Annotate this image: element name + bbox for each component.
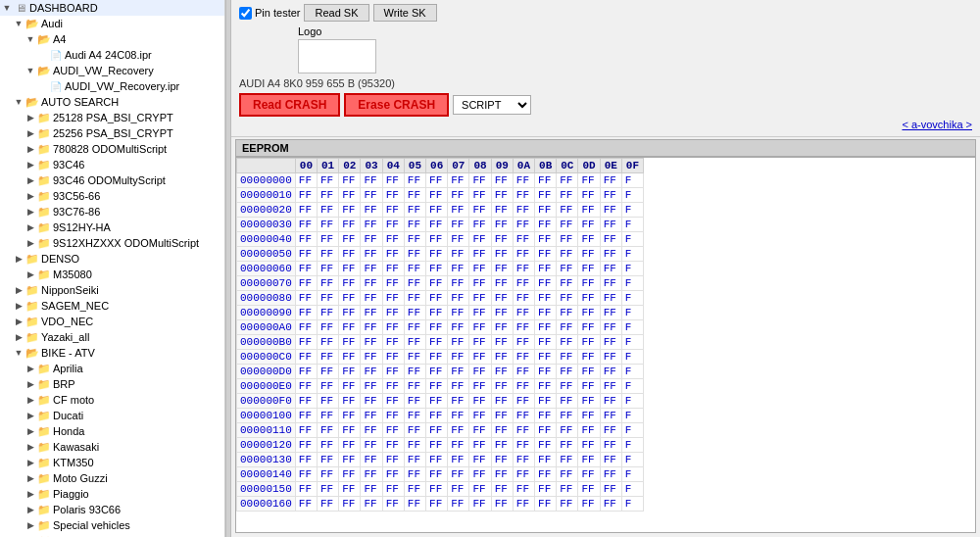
hex-row-000000A0: 000000A0FFFFFFFFFFFFFFFFFFFFFFFFFFFFFFF — [237, 320, 644, 335]
hex-val-000000C0-15: F — [621, 350, 643, 365]
tree-item-yazaki_all[interactable]: ▶📁Yazaki_all — [0, 329, 224, 345]
tree-item-93c56_66[interactable]: ▶📁93C56-66 — [0, 188, 224, 204]
expand-btn-780828_odo[interactable]: ▶ — [25, 144, 35, 154]
tree-item-polaris_93c66[interactable]: ▶📁Polaris 93C66 — [0, 502, 224, 517]
expand-btn-audi[interactable]: ▼ — [14, 19, 24, 28]
erase-crash-button[interactable]: Erase CRASH — [344, 93, 449, 117]
tree-item-brp[interactable]: ▶📁BRP — [0, 376, 224, 392]
expand-btn-a4[interactable]: ▼ — [25, 34, 35, 44]
tree-item-cf_moto[interactable]: ▶📁CF moto — [0, 392, 224, 408]
hex-val-00000040-15: F — [621, 232, 643, 247]
expand-btn-25128_psa[interactable]: ▶ — [25, 113, 35, 122]
expand-btn-kawasaki[interactable]: ▶ — [25, 442, 35, 452]
folder-icon-bike_atv: 📂 — [25, 346, 39, 360]
tree-item-special_vehicles[interactable]: ▶📁Special vehicles — [0, 517, 224, 533]
hex-addr-000000E0: 000000E0 — [237, 379, 296, 394]
expand-btn-93c46_odo[interactable]: ▶ — [25, 175, 35, 185]
read-sk-button[interactable]: Read SK — [304, 4, 368, 22]
tree-item-a4[interactable]: ▼📂A4 — [0, 31, 224, 47]
tree-item-piaggio[interactable]: ▶📁Piaggio — [0, 486, 224, 502]
hex-val-00000110-14: FF — [600, 423, 621, 438]
tree-item-25128_psa[interactable]: ▶📁25128 PSA_BSI_CRYPT — [0, 110, 224, 125]
expand-btn-audi_vw_recovery[interactable]: ▼ — [25, 66, 35, 75]
hex-val-00000100-14: FF — [600, 409, 621, 423]
expand-btn-nipponseiki[interactable]: ▶ — [14, 285, 24, 295]
hex-row-000000F0: 000000F0FFFFFFFFFFFFFFFFFFFFFFFFFFFFFFF — [237, 394, 644, 409]
tree-item-9s12hy_ha[interactable]: ▶📁9S12HY-HA — [0, 220, 224, 235]
expand-btn-auto_search[interactable]: ▼ — [14, 97, 24, 107]
hex-val-00000100-8: FF — [469, 409, 491, 423]
hex-table-container[interactable]: 000102030405060708090A0B0C0D0E0F00000000… — [235, 157, 976, 533]
expand-btn-cf_moto[interactable]: ▶ — [25, 395, 35, 405]
script-dropdown[interactable]: SCRIPT — [453, 95, 531, 115]
tree-item-780828_odo[interactable]: ▶📁780828 ODOMultiScript — [0, 141, 224, 157]
pin-tester-label[interactable]: Pin tester — [239, 7, 300, 20]
tree-label-93c46: 93C46 — [53, 159, 84, 171]
expand-btn-ducati[interactable]: ▶ — [25, 411, 35, 420]
tree-item-audi_a4_24c08[interactable]: 📄Audi A4 24C08.ipr — [0, 47, 224, 63]
expand-btn-93c56_66[interactable]: ▶ — [25, 191, 35, 201]
hex-val-00000100-11: FF — [535, 409, 557, 423]
expand-btn-m35080[interactable]: ▶ — [25, 269, 35, 279]
pin-tester-checkbox[interactable] — [239, 7, 252, 20]
tree-item-9s12xhzxxx[interactable]: ▶📁9S12XHZXXX ODOMultiScript — [0, 235, 224, 251]
expand-btn-special_vehicles[interactable]: ▶ — [25, 520, 35, 530]
tree-item-ducati[interactable]: ▶📁Ducati — [0, 408, 224, 423]
spacer-audi_vw_recovery_ipr — [37, 81, 47, 91]
expand-btn-piaggio[interactable]: ▶ — [25, 489, 35, 499]
expand-btn-honda[interactable]: ▶ — [25, 426, 35, 436]
tree-item-auto_search[interactable]: ▼📂AUTO SEARCH — [0, 94, 224, 110]
tree-item-ktm350[interactable]: ▶📁KTM350 — [0, 455, 224, 470]
tree-item-audi[interactable]: ▼📂Audi — [0, 16, 224, 31]
tree-item-bike_atv[interactable]: ▼📂BIKE - ATV — [0, 345, 224, 361]
hex-addr-00000150: 00000150 — [237, 482, 296, 497]
expand-btn-moto_guzzi[interactable]: ▶ — [25, 473, 35, 483]
tree-item-moto_guzzi[interactable]: ▶📁Moto Guzzi — [0, 470, 224, 486]
tree-item-kawasaki[interactable]: ▶📁Kawasaki — [0, 439, 224, 455]
tree-item-vdo_nec[interactable]: ▶📁VDO_NEC — [0, 314, 224, 329]
expand-btn-sagem_nec[interactable]: ▶ — [14, 301, 24, 311]
hex-val-00000040-10: FF — [513, 232, 534, 247]
expand-btn-polaris_93c66[interactable]: ▶ — [25, 505, 35, 514]
expand-btn-93c46[interactable]: ▶ — [25, 160, 35, 170]
tree-item-audi_vw_recovery[interactable]: ▼📂AUDI_VW_Recovery — [0, 63, 224, 78]
tree-item-93c46_odo[interactable]: ▶📁93C46 ODOMultyScript — [0, 172, 224, 188]
folder-icon-sagem_nec: 📁 — [25, 299, 39, 313]
read-crash-button[interactable]: Read CRASH — [239, 93, 340, 117]
tree-item-dashboard[interactable]: ▼🖥DASHBOARD — [0, 0, 224, 16]
hex-val-000000A0-12: FF — [557, 320, 578, 335]
expand-btn-93c76_86[interactable]: ▶ — [25, 207, 35, 217]
write-sk-button[interactable]: Write SK — [373, 4, 437, 22]
hex-val-000000E0-13: FF — [578, 379, 600, 394]
expand-btn-ktm350[interactable]: ▶ — [25, 458, 35, 467]
expand-btn-9s12hy_ha[interactable]: ▶ — [25, 222, 35, 232]
hex-val-00000130-9: FF — [491, 453, 513, 467]
expand-btn-25256_psa[interactable]: ▶ — [25, 128, 35, 138]
hex-val-00000120-0: FF — [295, 438, 317, 453]
avovchika-link[interactable]: < a-vovchika > — [239, 119, 972, 130]
tree-item-93c46[interactable]: ▶📁93C46 — [0, 157, 224, 172]
expand-btn-brp[interactable]: ▶ — [25, 379, 35, 389]
expand-btn-9s12xhzxxx[interactable]: ▶ — [25, 238, 35, 248]
tree-item-aprilia[interactable]: ▶📁Aprilia — [0, 361, 224, 376]
tree-item-25256_psa[interactable]: ▶📁25256 PSA_BSI_CRYPT — [0, 125, 224, 141]
expand-btn-bike_atv[interactable]: ▼ — [14, 348, 24, 358]
file-tree[interactable]: ▼🖥DASHBOARD▼📂Audi▼📂A4📄Audi A4 24C08.ipr▼… — [0, 0, 225, 537]
tree-item-suzuki[interactable]: ▶📁Suzuki — [0, 533, 224, 537]
hex-val-00000160-7: FF — [448, 497, 469, 512]
tree-item-93c76_86[interactable]: ▶📁93C76-86 — [0, 204, 224, 220]
tree-item-m35080[interactable]: ▶📁M35080 — [0, 267, 224, 282]
hex-val-000000B0-13: FF — [578, 335, 600, 350]
hex-val-000000F0-5: FF — [404, 394, 425, 409]
expand-btn-aprilia[interactable]: ▶ — [25, 364, 35, 373]
expand-btn-vdo_nec[interactable]: ▶ — [14, 317, 24, 326]
tree-item-audi_vw_recovery_ipr[interactable]: 📄AUDI_VW_Recovery.ipr — [0, 78, 224, 94]
expand-btn-yazaki_all[interactable]: ▶ — [14, 332, 24, 342]
expand-btn-denso[interactable]: ▶ — [14, 254, 24, 264]
tree-item-nipponseiki[interactable]: ▶📁NipponSeiki — [0, 282, 224, 298]
tree-item-denso[interactable]: ▶📁DENSO — [0, 251, 224, 267]
tree-item-sagem_nec[interactable]: ▶📁SAGEM_NEC — [0, 298, 224, 314]
tree-item-honda[interactable]: ▶📁Honda — [0, 423, 224, 439]
hex-val-00000140-14: FF — [600, 467, 621, 482]
expand-btn-dashboard[interactable]: ▼ — [2, 3, 12, 13]
